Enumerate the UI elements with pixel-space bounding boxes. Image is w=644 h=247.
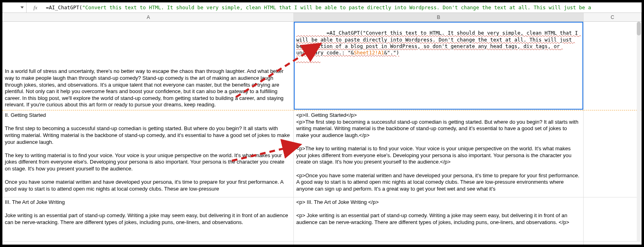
column-header-C[interactable]: C xyxy=(584,13,642,21)
column-header-A[interactable]: A xyxy=(3,13,294,21)
fx-icon: fx xyxy=(27,4,44,11)
formula-arg: "Convert this text to HTML. It should be… xyxy=(82,4,591,10)
formula-bar: fx =AI_ChatGPT("Convert this text to HTM… xyxy=(2,2,642,13)
cell-A3[interactable]: III. The Art of Joke Writing Joke writin… xyxy=(2,197,293,242)
grid: In a world full of stress and uncertaint… xyxy=(2,22,642,245)
cell-B3[interactable]: <p> III. The Art of Joke Writing </p> <p… xyxy=(294,197,583,242)
cell-A1[interactable]: In a world full of stress and uncertaint… xyxy=(2,22,293,110)
vertical-scrollbar[interactable] xyxy=(637,22,641,242)
cell-B2[interactable]: <p>II. Getting Started</p> <p>The first … xyxy=(294,110,583,197)
formula-input[interactable]: =AI_ChatGPT("Convert this text to HTML. … xyxy=(44,4,642,10)
cell-B1-editor[interactable]: =AI_ChatGPT("Convert this text to HTML. … xyxy=(294,22,583,110)
cell-C3[interactable] xyxy=(584,197,641,242)
column-headers: A B C xyxy=(2,13,642,22)
cell-A2[interactable]: II. Getting Started The first step to be… xyxy=(2,110,293,197)
name-box[interactable] xyxy=(2,2,27,12)
b1-ref: Sheet12!A1 xyxy=(354,50,384,56)
scrollbar-thumb[interactable] xyxy=(637,22,641,35)
b1-suffix: &".") xyxy=(384,50,399,56)
b1-prefix: =AI_ChatGPT( xyxy=(326,30,363,36)
cell-C2[interactable] xyxy=(584,110,641,197)
column-A: In a world full of stress and uncertaint… xyxy=(2,22,294,245)
column-B: =AI_ChatGPT("Convert this text to HTML. … xyxy=(294,22,584,245)
formula-prefix: =AI_ChatGPT( xyxy=(46,4,82,10)
column-C xyxy=(584,22,642,245)
chevron-down-icon xyxy=(21,6,24,8)
cell-C1[interactable] xyxy=(584,22,641,110)
column-header-B[interactable]: B xyxy=(294,13,584,21)
